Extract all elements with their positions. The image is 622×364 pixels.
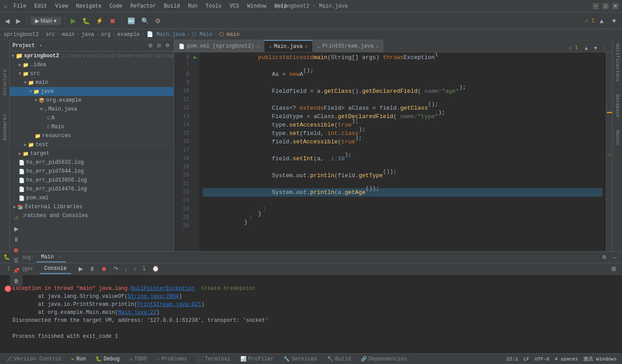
tree-pom[interactable]: 📄 pom.xml — [10, 194, 174, 202]
menu-file[interactable]: File — [10, 2, 30, 10]
debug-btn-stop[interactable]: ⏹ — [99, 264, 109, 273]
breadcrumb-method-main[interactable]: ⬡ main — [219, 31, 239, 38]
breadcrumb-main[interactable]: main — [62, 32, 75, 38]
tree-class-a[interactable]: C A — [10, 114, 174, 123]
tree-scratches[interactable]: ✏️ Scratches and Consoles — [10, 211, 174, 220]
coverage-button[interactable]: ⚡ — [94, 16, 105, 25]
tree-main[interactable]: ▼ 📁 main — [10, 78, 174, 87]
menu-run[interactable]: Run — [184, 2, 201, 10]
debug-btn-pause[interactable]: ⏸ — [87, 264, 97, 273]
tab-menu[interactable]: ⋮ — [600, 44, 610, 52]
nullpointer-link[interactable]: NullPointerException — [131, 285, 195, 292]
forward-button[interactable]: ▶ — [14, 16, 23, 26]
create-breakpoint-link[interactable]: Create breakpoint — [201, 285, 255, 292]
menu-window[interactable]: Window — [243, 2, 270, 10]
btm-tab-run[interactable]: ▶ Run — [67, 355, 90, 364]
tree-resources[interactable]: 📁 resources — [10, 131, 174, 140]
maximize-button[interactable]: □ — [602, 3, 609, 9]
fold-indicator-24[interactable]: } — [263, 205, 266, 214]
tree-java[interactable]: ▼ 📁 java — [10, 87, 174, 96]
btm-tab-problems[interactable]: ⚠ Problems — [152, 355, 191, 364]
project-dropdown[interactable]: ▾ — [39, 43, 42, 48]
btm-tab-terminal[interactable]: ⬛ Terminal — [192, 355, 235, 364]
debug-tab-main-close[interactable]: ✕ — [59, 255, 61, 260]
editor-right-scrollbar[interactable]: ─ — [606, 52, 612, 251]
menu-tools[interactable]: Tools — [202, 2, 225, 10]
menu-vcs[interactable]: VCS — [226, 2, 243, 10]
btm-tab-profiler[interactable]: 📊 Profiler — [236, 355, 279, 364]
tree-log4[interactable]: 📄 hs_err_pid14476.log — [10, 185, 174, 194]
btm-tab-debug[interactable]: 🐛 Debug — [91, 355, 124, 364]
debug-btn-step-into[interactable]: ↓ — [122, 264, 130, 273]
code-content[interactable]: public static void main(String[] args) t… — [199, 52, 606, 251]
tree-external-libs[interactable]: ▶ 📚 External Libraries — [10, 202, 174, 211]
tab-printstream[interactable]: ☕ PrintStream.java ✕ — [313, 40, 383, 52]
menu-code[interactable]: Code — [106, 2, 126, 10]
printstream-java-link[interactable]: PrintStream.java:821 — [137, 301, 201, 308]
settings-button[interactable]: ⚙ — [153, 16, 163, 26]
notifications-label[interactable]: Notifications — [614, 42, 621, 83]
status-encoding[interactable]: UTF-8 — [534, 356, 549, 362]
structure-label[interactable]: Structure — [1, 67, 8, 98]
breadcrumb-src[interactable]: src — [45, 32, 55, 38]
dbg-stop2[interactable]: ⏹ — [11, 245, 22, 255]
tree-log3[interactable]: 📄 hs_err_pid13656.log — [10, 176, 174, 185]
debug-btn-step-over[interactable]: ↷ — [111, 264, 120, 273]
debug-btn-evaluate[interactable]: ⌚ — [150, 264, 161, 273]
status-lf[interactable]: LF — [523, 356, 529, 362]
dbg-settings2[interactable]: ☰ — [11, 256, 22, 265]
btm-tab-vcs[interactable]: ⎇ Version Control — [2, 355, 66, 364]
breadcrumb-main-java[interactable]: 📄 Main.java — [147, 31, 185, 38]
run-button[interactable]: ▶ — [68, 15, 78, 26]
back-button[interactable]: ◀ — [3, 16, 12, 26]
debug-btn-grid[interactable]: ⊞ — [609, 264, 618, 273]
tree-test[interactable]: ▶ 📁 test — [10, 140, 174, 149]
minimize-button[interactable]: ─ — [593, 3, 599, 9]
expand-button[interactable]: ▼ — [609, 16, 619, 26]
project-collapse-all[interactable]: ⊟ — [156, 42, 162, 49]
tab-pom-xml[interactable]: 📄 pom.xml (springboot2) ✕ — [174, 40, 264, 52]
tree-idea[interactable]: ▶ 📁 .idea — [10, 60, 174, 69]
pom-tab-close[interactable]: ✕ — [256, 44, 259, 49]
tree-log2[interactable]: 📄 hs_err_pid7044.log — [10, 167, 174, 176]
run-indicator[interactable]: ▶ — [194, 54, 197, 61]
scroll-to-top[interactable]: ▲ — [582, 44, 591, 52]
code-editor[interactable]: 6 7 8 9 10 11 12 13 14 15 16 17 18 19 20… — [174, 52, 612, 251]
status-position[interactable]: 22:1 — [506, 356, 518, 362]
debug-btn-resume[interactable]: ▶ — [76, 264, 85, 273]
menu-navigate[interactable]: Navigate — [72, 2, 105, 10]
translate-button[interactable]: 🔤 — [125, 16, 137, 26]
tree-target[interactable]: ▶ 📁 target — [10, 149, 174, 158]
tree-main-java[interactable]: ▼ ☕ Main.java — [10, 105, 174, 114]
menu-view[interactable]: View — [52, 2, 72, 10]
breadcrumb-springboot2[interactable]: springboot2 — [4, 32, 39, 38]
collapse-button[interactable]: ▲ — [596, 16, 607, 26]
dbg-pin[interactable]: 📌 — [11, 266, 22, 275]
database-label[interactable]: Database — [614, 92, 621, 119]
tree-org-example[interactable]: ▼ 📦 org.example — [10, 96, 174, 105]
breadcrumb-java[interactable]: java — [81, 32, 94, 38]
dbg-resume2[interactable]: ▶ — [11, 224, 22, 233]
stop-button[interactable]: ⏹ — [107, 16, 118, 26]
project-settings[interactable]: ⚙ — [164, 42, 171, 49]
btm-tab-build[interactable]: 🔨 Build — [323, 355, 355, 364]
tree-class-main[interactable]: C Main — [10, 123, 174, 131]
tree-src[interactable]: ▼ 📁 src — [10, 69, 174, 78]
debug-btn-step-out[interactable]: ↑ — [132, 264, 139, 273]
breadcrumb-org[interactable]: org — [101, 32, 111, 38]
scroll-to-bottom[interactable]: ▼ — [591, 44, 600, 52]
status-indent[interactable]: 4 spaces — [554, 356, 578, 362]
dbg-rerun[interactable]: ↺ — [11, 214, 22, 223]
bookmarks-label[interactable]: Bookmarks — [1, 111, 8, 143]
debug-minimize[interactable]: ─ — [610, 253, 618, 261]
debug-button[interactable]: 🐛 — [80, 16, 92, 26]
tab-console[interactable]: Console — [40, 264, 71, 274]
tab-main-java[interactable]: ☕ Main.java ✕ — [264, 40, 313, 52]
dbg-trash[interactable]: 🗑 — [11, 277, 22, 285]
tree-root[interactable]: ▼ 📁 springboot2 C:\Users\sunjinxin\IdeaP… — [10, 51, 174, 60]
btm-tab-services[interactable]: 🔧 Services — [279, 355, 322, 364]
btm-tab-dependencies[interactable]: 🔗 Dependencies — [356, 355, 411, 364]
main-java-tab-close[interactable]: ✕ — [305, 44, 308, 49]
debug-btn-run-cursor[interactable]: ⤵ — [140, 264, 148, 273]
printstream-tab-close[interactable]: ✕ — [376, 44, 379, 49]
